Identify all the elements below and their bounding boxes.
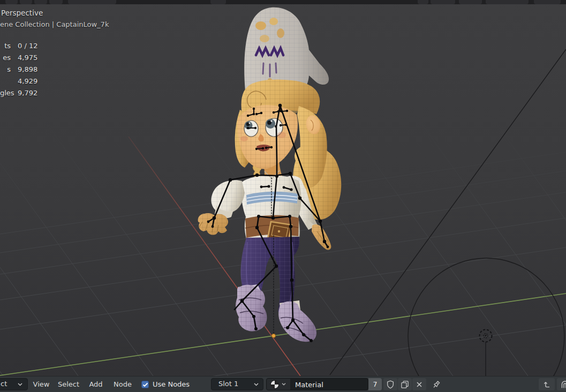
viewport-3d[interactable]: Perspective ene Collection | CaptainLow_…	[0, 0, 566, 376]
shader-editor-header: ct View Select Add Node Use Nodes Slot 1	[0, 376, 566, 392]
character-mesh[interactable]	[198, 7, 342, 342]
slot-dropdown-label: Slot 1	[218, 380, 238, 388]
unlink-material-button[interactable]	[412, 378, 426, 390]
material-name-field[interactable]: Material	[295, 379, 323, 390]
go-to-parent-button[interactable]	[539, 378, 555, 390]
material-sphere-icon	[270, 380, 280, 389]
chevron-down-icon	[282, 383, 286, 386]
checkmark-icon	[142, 382, 148, 387]
pin-icon	[432, 380, 441, 389]
mode-dropdown-label: ct	[1, 380, 7, 388]
light-object[interactable]	[330, 49, 566, 376]
object-origin-point[interactable]	[271, 334, 275, 337]
browse-material-button[interactable]	[267, 379, 290, 390]
x-icon	[416, 381, 422, 388]
shield-icon	[387, 380, 394, 389]
magnet-icon	[561, 380, 566, 389]
snap-button[interactable]	[557, 378, 566, 390]
light-edge-line	[330, 49, 566, 375]
fake-user-button[interactable]	[383, 378, 397, 390]
slot-dropdown[interactable]: Slot 1	[211, 378, 263, 390]
viewport-scene	[0, 0, 566, 376]
material-id-block: Material	[266, 378, 368, 390]
pin-button[interactable]	[429, 378, 443, 390]
menu-node[interactable]: Node	[110, 376, 135, 392]
mode-dropdown[interactable]: ct	[0, 378, 28, 390]
menu-add[interactable]: Add	[87, 376, 105, 392]
copy-icon	[401, 380, 409, 388]
material-users-count[interactable]: 7	[368, 378, 382, 390]
light-radius-circle	[408, 258, 564, 376]
new-material-button[interactable]	[398, 378, 412, 390]
use-nodes-label: Use Nodes	[153, 376, 190, 392]
menu-select[interactable]: Select	[56, 376, 81, 392]
use-nodes-checkbox[interactable]	[141, 381, 149, 388]
menu-view[interactable]: View	[31, 376, 51, 392]
cropped-header-strip	[0, 0, 566, 4]
chevron-down-icon	[254, 383, 259, 386]
chevron-down-icon	[18, 383, 22, 386]
up-arrow-icon	[542, 380, 551, 389]
blender-window: Perspective ene Collection | CaptainLow_…	[0, 0, 566, 392]
